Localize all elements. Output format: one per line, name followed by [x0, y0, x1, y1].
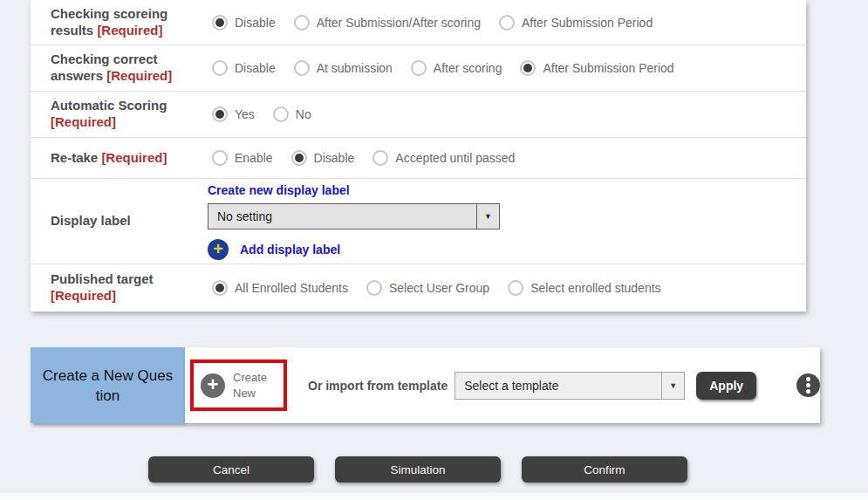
row-display-label: Display label Create new display label N…	[31, 179, 806, 264]
plus-icon[interactable]: +	[201, 373, 225, 398]
row-label: Display label	[51, 213, 212, 229]
radio-label: After Submission Period	[522, 16, 653, 30]
radio-group-automatic-scoring: Yes No	[212, 106, 330, 122]
radio-option-select-enrolled-students[interactable]: Select enrolled students	[508, 280, 660, 296]
required-badge: [Required]	[51, 288, 116, 303]
radio-label: Enable	[235, 151, 273, 165]
radio-option-disable[interactable]: Disable	[212, 15, 276, 31]
radio-button-icon	[291, 150, 307, 166]
kebab-dot	[806, 377, 810, 381]
highlight-box: + Create New	[190, 360, 287, 411]
quiz-settings-panel: Checking scoreing results [Required] Dis…	[31, 0, 806, 312]
radio-label: Disable	[235, 16, 276, 30]
row-automatic-scoring: Automatic Scoring [Required] Yes No	[31, 92, 806, 138]
radio-option-accepted-until-passed[interactable]: Accepted until passed	[372, 150, 515, 166]
radio-button-icon	[508, 280, 523, 296]
simulation-button[interactable]: Simulation	[335, 456, 501, 483]
radio-option-no[interactable]: No	[273, 106, 311, 122]
radio-button-icon	[520, 60, 536, 76]
radio-group-checking-scoring-results: Disable After Submission/After scoring A…	[212, 15, 671, 31]
radio-option-select-user-group[interactable]: Select User Group	[366, 280, 489, 296]
cancel-button[interactable]: Cancel	[148, 456, 314, 483]
add-display-label-text: Add display label	[240, 243, 340, 257]
apply-button[interactable]: Apply	[696, 372, 756, 400]
radio-button-icon	[294, 15, 310, 31]
row-label: Checking correct answers [Required]	[51, 51, 212, 85]
row-label: Re-take [Required]	[51, 150, 212, 167]
footer-button-bar: Cancel Simulation Confirm	[148, 456, 687, 483]
required-badge: [Required]	[106, 68, 172, 83]
radio-button-icon	[294, 60, 310, 76]
radio-option-disable[interactable]: Disable	[212, 60, 276, 76]
label-text: Display label	[51, 213, 131, 228]
chevron-down-icon[interactable]: ▼	[476, 204, 499, 229]
row-checking-scoring-results: Checking scoreing results [Required] Dis…	[31, 0, 806, 45]
radio-option-after-submission-after-scoring[interactable]: After Submission/After scoring	[294, 15, 481, 31]
kebab-dot	[806, 383, 810, 387]
radio-group-checking-correct-answers: Disable At submission After scoring Afte…	[212, 60, 693, 76]
required-badge: [Required]	[97, 23, 162, 38]
add-display-label-button[interactable]: + Add display label	[208, 239, 500, 260]
radio-button-icon	[411, 60, 427, 76]
radio-option-disable[interactable]: Disable	[291, 150, 355, 166]
required-badge: [Required]	[51, 114, 116, 129]
row-label: Checking scoreing results [Required]	[51, 6, 212, 39]
create-question-title: Create a New Question	[31, 347, 185, 423]
radio-option-yes[interactable]: Yes	[212, 106, 255, 122]
display-label-select[interactable]: No setting ▼	[208, 203, 500, 229]
or-import-label: Or import from template	[308, 379, 448, 393]
radio-label: Select enrolled students	[530, 281, 660, 295]
radio-option-after-submission-period[interactable]: After Submission Period	[499, 15, 653, 31]
kebab-dot	[806, 389, 810, 394]
radio-button-icon	[212, 150, 228, 166]
create-question-section: Create a New Question + Create New Or im…	[31, 347, 806, 423]
row-retake: Re-take [Required] Enable Disable Accept…	[31, 138, 806, 179]
display-label-controls: Create new display label No setting ▼ + …	[208, 183, 500, 260]
radio-button-icon	[212, 15, 228, 31]
row-label: Automatic Scoring [Required]	[51, 98, 212, 131]
radio-group-retake: Enable Disable Accepted until passed	[212, 150, 533, 166]
radio-label: Disable	[314, 151, 355, 165]
kebab-menu-icon[interactable]	[796, 373, 820, 397]
radio-button-icon	[372, 150, 388, 166]
radio-option-at-submission[interactable]: At submission	[294, 60, 393, 76]
label-text: Published target	[51, 271, 154, 286]
label-text: Re-take	[51, 150, 98, 165]
required-badge: [Required]	[101, 150, 167, 165]
plus-icon: +	[208, 239, 229, 260]
radio-button-icon	[212, 106, 228, 122]
radio-label: All Enrolled Students	[235, 281, 348, 295]
create-question-body: + Create New Or import from template Sel…	[185, 347, 820, 423]
display-label-select-value: No setting	[208, 204, 476, 229]
radio-label: No	[296, 107, 311, 121]
radio-option-enable[interactable]: Enable	[212, 150, 273, 166]
radio-label: Yes	[235, 107, 255, 121]
row-checking-correct-answers: Checking correct answers [Required] Disa…	[31, 45, 806, 92]
radio-label: Select User Group	[389, 281, 489, 295]
confirm-button[interactable]: Confirm	[522, 456, 687, 483]
radio-button-icon	[366, 280, 382, 296]
radio-label: Accepted until passed	[395, 151, 515, 165]
radio-button-icon	[212, 60, 228, 76]
radio-label: Disable	[235, 61, 276, 75]
row-published-target: Published target [Required] All Enrolled…	[31, 264, 806, 312]
radio-button-icon	[499, 15, 515, 31]
template-select[interactable]: Select a template ▼	[455, 372, 685, 400]
radio-label: After Submission Period	[543, 61, 673, 75]
chevron-down-icon[interactable]: ▼	[661, 373, 684, 399]
radio-option-after-submission-period[interactable]: After Submission Period	[520, 60, 673, 76]
row-label: Published target [Required]	[51, 271, 212, 305]
label-text: Automatic Scoring	[51, 98, 167, 113]
radio-option-after-scoring[interactable]: After scoring	[411, 60, 502, 76]
radio-button-icon	[273, 106, 289, 122]
template-select-value: Select a template	[455, 373, 661, 399]
radio-label: After scoring	[434, 61, 502, 75]
create-new-button[interactable]: Create New	[233, 370, 277, 401]
radio-label: After Submission/After scoring	[317, 16, 481, 30]
radio-label: At submission	[317, 61, 393, 75]
radio-group-published-target: All Enrolled Students Select User Group …	[212, 280, 680, 296]
create-new-display-label-link[interactable]: Create new display label	[208, 183, 500, 197]
radio-option-all-enrolled-students[interactable]: All Enrolled Students	[212, 280, 348, 296]
page-bottom-strip	[0, 493, 868, 500]
radio-button-icon	[212, 280, 228, 296]
